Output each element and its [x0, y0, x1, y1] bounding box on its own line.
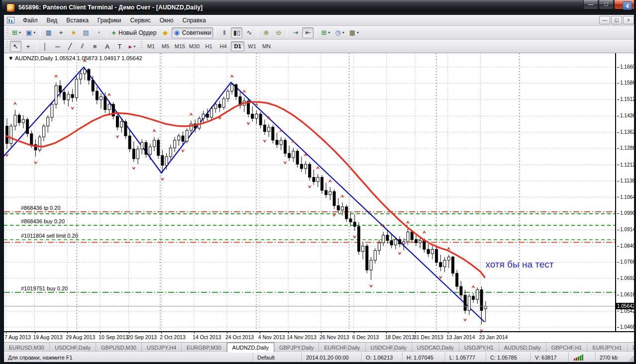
app-window: 565896: Panteon Client Terminal - Демо С… — [0, 0, 636, 364]
menu-item-вид[interactable]: Вид — [42, 15, 62, 25]
timeframe-m5-button[interactable]: M5 — [159, 41, 172, 51]
profiles-button[interactable]: ▣▾ — [24, 27, 37, 38]
chart-symbol-label[interactable]: ▼ AUDNZD,Daily 1.05524 1.05873 1.04917 1… — [8, 55, 142, 61]
chart-tab-audusd-daily[interactable]: AUDUSD,Daily — [499, 343, 546, 352]
candle-body — [38, 137, 41, 150]
time-tick-mark — [415, 332, 416, 334]
maximize-button[interactable]: □ — [599, 0, 614, 9]
channel-tool-button[interactable]: ⫽ — [77, 41, 88, 52]
chart-tab-usdcad-daily[interactable]: USDCAD,Daily — [412, 343, 459, 352]
horizontal-line-tool-button[interactable]: ─ — [52, 41, 63, 52]
timeframe-h1-button[interactable]: H1 — [202, 41, 215, 51]
time-tick-label[interactable]: 4 Nov 2013 — [258, 334, 285, 340]
menu-item-вставка[interactable]: Вставка — [62, 15, 93, 25]
crosshair-tool-button[interactable]: + — [22, 41, 34, 52]
chart-tab-usdchf-daily[interactable]: USDCHF,Daily — [366, 343, 412, 352]
price-axis[interactable]: 1.166001.158601.151201.143601.136201.128… — [616, 53, 636, 331]
menu-item-сервис[interactable]: Сервис — [126, 15, 155, 25]
time-tick-label[interactable]: 7 Aug 2013 — [4, 334, 31, 340]
new-chart-button[interactable]: ⊞▾ — [10, 27, 23, 38]
time-tick-label[interactable]: 2 Oct 2013 — [160, 334, 185, 340]
new-order-button[interactable]: +Новый Ордер — [109, 27, 158, 38]
time-tick-label[interactable]: 31 Dec 2013 — [414, 334, 443, 340]
chart-tab-eurjpy-h1[interactable]: EURJPY,H1 — [587, 343, 627, 352]
menu-item-окно[interactable]: Окно — [155, 15, 178, 25]
child-restore-button[interactable]: ◱ — [611, 16, 622, 24]
time-tick-label[interactable]: 6 Dec 2013 — [352, 334, 379, 340]
price-chart[interactable]: #868436 tp 0.20#868436 buy 0.20#1011804 … — [4, 53, 615, 331]
candlestick-chart-button[interactable]: ▮▯ — [231, 27, 242, 38]
indicators-button[interactable]: ⊞▾ — [319, 27, 332, 38]
quotes-target-button[interactable]: ⌖ — [55, 27, 67, 38]
candle-body — [251, 114, 254, 118]
chart-tab-xauus[interactable]: XAUUS — [628, 343, 636, 352]
auto-scroll-button[interactable]: ⇥ — [290, 27, 301, 38]
chart-shift-button[interactable]: ⇤ — [302, 27, 314, 38]
menu-item-справка[interactable]: Справка — [178, 15, 211, 25]
chart-tab-gbpjpy-daily[interactable]: GBPJPY,Daily — [274, 343, 319, 352]
notifications-badge[interactable]: 4 — [623, 1, 632, 10]
time-tick-label[interactable]: 24 Oct 2013 — [225, 334, 254, 340]
line-chart-icon: ∿ — [247, 29, 252, 36]
vertical-line-tool-button[interactable]: │ — [39, 41, 51, 52]
time-tick-label[interactable]: 14 Oct 2013 — [193, 334, 221, 340]
trendline-tool-button[interactable]: ╱ — [64, 41, 76, 52]
templates-button[interactable]: ▦▾ — [347, 27, 361, 38]
toolbar-drag-handle — [6, 28, 8, 38]
time-tick-label[interactable]: 26 Nov 2013 — [319, 334, 349, 340]
timeframe-mn-button[interactable]: MN — [260, 41, 273, 51]
minimize-button[interactable]: — — [583, 0, 598, 9]
timeframe-m30-button[interactable]: M30 — [188, 41, 201, 51]
price-tick-label: 1.11380 — [617, 178, 636, 183]
time-tick-label[interactable]: 29 Aug 2013 — [66, 334, 95, 340]
chart-tab-eurusd-m30[interactable]: EURUSD,M30 — [4, 343, 50, 352]
chart-annotation[interactable]: хотя бы на тест — [485, 259, 553, 270]
data-window-button[interactable]: ▤ — [80, 27, 92, 38]
market-watch-button[interactable]: ▦ — [43, 27, 54, 38]
arrows-tool-button[interactable]: ▸▾ — [126, 41, 138, 52]
child-close-button[interactable]: × — [623, 16, 634, 24]
status-bar-time: 2014.01.20 00:00 — [302, 353, 361, 362]
chart-tab-usdchf-daily[interactable]: USDCHF,Daily — [50, 343, 96, 352]
time-tick-label[interactable]: 18 Dec 2013 — [385, 334, 415, 340]
time-tick-label[interactable]: 10 Sep 2013 — [99, 334, 128, 340]
favorites-button[interactable]: ★ — [68, 27, 79, 38]
timeframe-w1-button[interactable]: W1 — [245, 41, 259, 51]
periods-button[interactable]: ◷▾ — [333, 27, 346, 38]
cursor-tool-button[interactable]: ↖ — [10, 41, 21, 52]
fibonacci-tool-button[interactable]: ≡ — [89, 41, 101, 52]
timeframe-m1-button[interactable]: M1 — [144, 41, 158, 51]
chart-tab-eurgbp-m30[interactable]: EURGBP,M30 — [182, 343, 227, 352]
timeframe-m15-button[interactable]: M15 — [173, 41, 187, 51]
menu-item-графики[interactable]: Графики — [93, 15, 126, 25]
timeframe-d1-button[interactable]: D1 — [231, 41, 244, 51]
time-tick-label[interactable]: 23 Jan 2014 — [479, 334, 508, 340]
zoom-in-button[interactable]: ⊕ — [260, 27, 272, 38]
chart-tab-usdjpy-h4[interactable]: USDJPY,H4 — [142, 343, 182, 352]
chart-tab-gbpchf-h1[interactable]: GBPCHF,H1 — [546, 343, 588, 352]
time-tick-label[interactable]: 14 Nov 2013 — [287, 334, 317, 340]
chart-tab-gbpusd-m30[interactable]: GBPUSD,M30 — [96, 343, 142, 352]
child-minimize-button[interactable]: — — [599, 16, 610, 24]
time-tick-label[interactable]: 20 Sep 2013 — [127, 334, 157, 340]
bar-chart-button[interactable]: ‖ — [218, 27, 230, 38]
chart-tab-usdjpy-h1[interactable]: USDJPY,H1 — [459, 343, 499, 352]
menu-item-файл[interactable]: Файл — [18, 15, 42, 25]
resize-grip-icon[interactable] — [629, 353, 636, 362]
expert-advisors-button[interactable]: ◉Советники — [172, 27, 213, 38]
text-tool-button[interactable]: A — [102, 41, 113, 52]
zoom-out-button[interactable]: ⊖ — [273, 27, 284, 38]
history-center-button[interactable]: ◔ — [93, 27, 104, 38]
candle-body — [47, 117, 49, 126]
text-label-tool-button[interactable]: T — [114, 41, 125, 52]
alert-button[interactable]: ◆ — [159, 27, 171, 38]
line-chart-button[interactable]: ∿ — [243, 27, 255, 38]
time-axis[interactable]: 7 Aug 201319 Aug 201329 Aug 201310 Sep 2… — [4, 332, 636, 342]
price-tick-label: 1.12880 — [617, 145, 636, 151]
chart-tab-audnzd-daily[interactable]: AUDNZD,Daily — [227, 343, 274, 352]
timeframe-h4-button[interactable]: H4 — [216, 41, 230, 51]
chart-tab-eurchf-daily[interactable]: EURCHF,Daily — [319, 343, 365, 352]
time-tick-label[interactable]: 13 Jan 2014 — [446, 334, 475, 340]
time-tick-label[interactable]: 19 Aug 2013 — [33, 334, 63, 340]
candle-body — [30, 134, 33, 145]
